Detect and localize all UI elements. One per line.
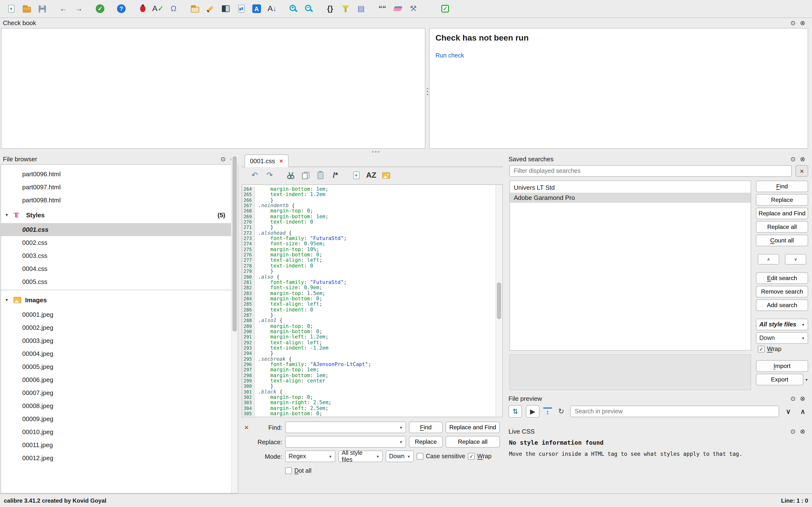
import-searches-button[interactable]: Import bbox=[756, 360, 808, 372]
clear-filter-button[interactable]: × bbox=[796, 165, 808, 177]
close-panel-icon[interactable]: ⊗ bbox=[800, 395, 805, 401]
file-item[interactable]: 00007.jpeg bbox=[1, 386, 238, 399]
code-line[interactable]: 302 margin-top: 0; bbox=[242, 394, 502, 400]
file-item[interactable]: 00012.jpeg bbox=[1, 451, 238, 464]
file-item[interactable]: 0001.css bbox=[1, 223, 238, 236]
ss-replace-all-button[interactable]: Replace all bbox=[756, 221, 808, 233]
code-line[interactable]: 304 margin-left: 2.5em; bbox=[242, 406, 502, 411]
replace-button[interactable]: Replace bbox=[409, 436, 443, 448]
code-line[interactable]: 283 margin-top: 1.5em; bbox=[242, 290, 502, 296]
code-line[interactable]: 294 } bbox=[242, 351, 502, 356]
code-editor[interactable]: 264 margin-bottom: 1em;265 text-indent: … bbox=[242, 184, 503, 417]
eraser-icon[interactable] bbox=[392, 2, 404, 15]
code-line[interactable]: 267.noindentb { bbox=[242, 203, 502, 208]
section-styles[interactable]: ▼TStyles(5) bbox=[1, 207, 238, 223]
replace-all-button[interactable]: Replace all bbox=[446, 436, 500, 448]
file-item[interactable]: 00004.jpeg bbox=[1, 347, 238, 360]
file-item[interactable]: part0096.html bbox=[1, 168, 238, 181]
file-item[interactable]: 00010.jpeg bbox=[1, 426, 238, 439]
code-line[interactable]: 279 } bbox=[242, 269, 502, 274]
code-line[interactable]: 295.secbreak { bbox=[242, 356, 502, 362]
ss-scope-select[interactable]: All style files ▼ bbox=[756, 319, 808, 330]
back-icon[interactable]: ← bbox=[57, 2, 69, 15]
insert-image-icon[interactable] bbox=[380, 169, 393, 181]
code-line[interactable]: 288.also1 { bbox=[242, 318, 502, 324]
editor-tab[interactable]: 0001.css × bbox=[245, 155, 288, 167]
code-line[interactable]: 276 margin-bottom: 0; bbox=[242, 252, 502, 258]
remove-search-button[interactable]: Remove search bbox=[756, 286, 808, 297]
scrollbar-thumb[interactable] bbox=[497, 282, 501, 320]
check-book-icon[interactable]: ✓ bbox=[94, 2, 106, 15]
code-line[interactable]: 291 margin-left: 1.2em; bbox=[242, 334, 502, 340]
code-line[interactable]: 271 } bbox=[242, 225, 502, 230]
code-line[interactable]: 292 text-align: left; bbox=[242, 340, 502, 345]
insert-tag-icon[interactable]: + bbox=[350, 169, 362, 181]
new-file-icon[interactable]: + bbox=[5, 2, 17, 15]
ss-replace-and-find-button[interactable]: Replace and Find bbox=[756, 208, 808, 219]
run-preview-button[interactable]: ▶ bbox=[526, 405, 540, 418]
file-item[interactable]: 0005.css bbox=[1, 275, 238, 288]
font-size-icon[interactable]: A↓ bbox=[266, 2, 278, 15]
file-item[interactable]: 0003.css bbox=[1, 249, 238, 262]
float-panel-icon[interactable]: ⊙ bbox=[790, 156, 796, 162]
run-check-link[interactable]: Run check bbox=[436, 52, 464, 59]
filter-searches-input[interactable] bbox=[509, 165, 792, 177]
ss-wrap-checkbox[interactable]: ✓ Wrap bbox=[758, 346, 808, 352]
edit-icon[interactable] bbox=[204, 2, 216, 15]
wrap-checkbox[interactable]: ✓ Wrap bbox=[468, 453, 492, 460]
file-item[interactable]: 00003.jpeg bbox=[1, 334, 238, 347]
copy-icon[interactable] bbox=[299, 169, 312, 181]
close-panel-icon[interactable]: ⊗ bbox=[800, 428, 805, 434]
code-line[interactable]: 269 margin-bottom: 1em; bbox=[242, 214, 502, 219]
collapse-icon[interactable]: ▼ bbox=[5, 298, 10, 302]
special-char-icon[interactable]: Ω bbox=[167, 2, 180, 15]
font-icon[interactable]: A bbox=[250, 2, 263, 15]
ss-count-all-button[interactable]: Count all bbox=[756, 235, 808, 246]
file-browser-scrollbar[interactable] bbox=[231, 155, 238, 493]
file-item[interactable]: 00005.jpeg bbox=[1, 360, 238, 373]
code-line[interactable]: 264 margin-bottom: 1em; bbox=[242, 186, 502, 192]
saved-search-item[interactable]: Univers LT Std bbox=[510, 182, 751, 193]
redo-icon[interactable]: ↷ bbox=[263, 169, 276, 181]
code-line[interactable]: 270 text-indent: 0 bbox=[242, 219, 502, 225]
filter-css-icon[interactable] bbox=[339, 2, 352, 15]
code-braces-icon[interactable]: {} bbox=[324, 2, 337, 15]
tools-icon[interactable]: ⚒ bbox=[407, 2, 419, 15]
file-item[interactable]: part0098.html bbox=[1, 193, 238, 207]
code-line[interactable]: 265 text-indent: 1.2em bbox=[242, 192, 502, 198]
code-line[interactable]: 266 } bbox=[242, 197, 502, 203]
find-input[interactable]: ▼ bbox=[285, 421, 406, 433]
save-icon[interactable] bbox=[36, 2, 48, 15]
file-item[interactable]: 00011.jpeg bbox=[1, 439, 238, 451]
code-line[interactable]: 287 } bbox=[242, 313, 502, 318]
code-line[interactable]: 301.block { bbox=[242, 389, 502, 394]
preview-search-input[interactable] bbox=[570, 406, 779, 417]
dot-all-checkbox[interactable]: Dot all bbox=[285, 467, 406, 474]
chevron-down-icon[interactable]: ▼ bbox=[397, 440, 403, 444]
code-line[interactable]: 285 text-align: left; bbox=[242, 301, 502, 307]
editor-scrollbar[interactable] bbox=[495, 185, 502, 416]
cut-icon[interactable] bbox=[284, 169, 297, 181]
sync-position-icon[interactable]: ↕ bbox=[543, 407, 552, 415]
code-line[interactable]: 278 text-indent: 0 bbox=[242, 263, 502, 269]
code-line[interactable]: 305 margin-bottom: 0; bbox=[242, 411, 502, 416]
close-tab-icon[interactable]: × bbox=[280, 157, 283, 164]
move-search-down-button[interactable]: ∨ bbox=[785, 254, 806, 265]
file-item[interactable]: 00006.jpeg bbox=[1, 373, 238, 386]
code-line[interactable]: 272.alsohead { bbox=[242, 230, 502, 236]
file-item[interactable]: 0004.css bbox=[1, 262, 238, 275]
code-line[interactable]: 299 text-align: center bbox=[242, 378, 502, 384]
insert-file-icon[interactable] bbox=[189, 2, 201, 15]
ss-replace-button[interactable]: Replace bbox=[756, 194, 808, 206]
case-sensitive-checkbox[interactable]: Case sensitive bbox=[417, 453, 465, 460]
replace-input[interactable]: ▼ bbox=[285, 436, 406, 448]
debug-icon[interactable] bbox=[136, 2, 149, 15]
collapse-icon[interactable]: ▼ bbox=[5, 213, 10, 217]
close-panel-icon[interactable]: ⊗ bbox=[800, 19, 805, 26]
code-line[interactable]: 298 margin-bottom: 1em; bbox=[242, 373, 502, 378]
code-line[interactable]: 286 text-indent: 0 bbox=[242, 307, 502, 313]
zoom-in-icon[interactable]: + bbox=[287, 2, 300, 15]
direction-select[interactable]: Down ▼ bbox=[386, 451, 414, 462]
float-panel-icon[interactable]: ⊙ bbox=[790, 395, 796, 401]
float-panel-icon[interactable]: ⊙ bbox=[790, 19, 796, 26]
